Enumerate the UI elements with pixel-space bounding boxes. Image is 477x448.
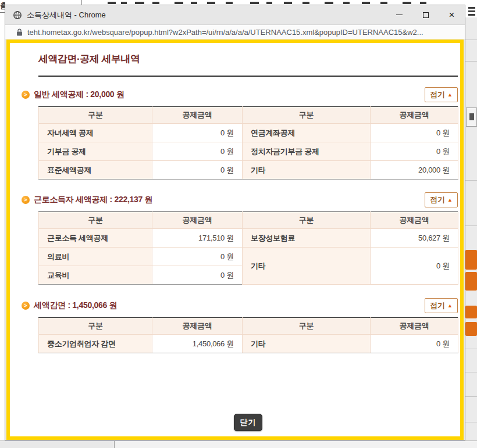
- collapse-label: 접기: [430, 89, 445, 100]
- item-label-cell: 기타: [243, 161, 371, 180]
- collapse-label: 접기: [430, 300, 445, 311]
- url-text: teht.hometax.go.kr/websquare/popup.html?…: [27, 28, 423, 37]
- item-label-cell: 기타: [243, 248, 371, 285]
- item-amount-cell: 0 원: [371, 142, 458, 161]
- deduction-table: 구분공제금액구분공제금액근로소득 세액공제171,510 원보장성보험료50,6…: [38, 212, 458, 285]
- item-label-cell: 자녀세액 공제: [39, 124, 152, 142]
- item-label-cell: 연금계좌공제: [243, 124, 371, 142]
- collapse-button[interactable]: 접기▲: [425, 298, 458, 313]
- deduction-table: 구분공제금액구분공제금액중소기업취업자 감면1,450,066 원기타0 원: [38, 317, 458, 353]
- item-amount-cell: 0 원: [152, 124, 243, 142]
- background-orange-button-fragment: [465, 322, 477, 336]
- focus-highlight-frame: 세액감면·공제 세부내역 >일반 세액공제 : 20,000 원접기▲구분공제금…: [6, 40, 464, 440]
- collapse-arrow-icon: ▲: [447, 198, 453, 203]
- table-row: 자녀세액 공제0 원연금계좌공제0 원: [39, 124, 458, 142]
- item-label-cell: 교육비: [39, 266, 152, 285]
- column-header: 공제금액: [371, 107, 458, 124]
- item-amount-cell: 0 원: [152, 142, 243, 161]
- item-amount-cell: 1,450,066 원: [152, 335, 243, 353]
- deduction-section: >일반 세액공제 : 20,000 원접기▲구분공제금액구분공제금액자녀세액 공…: [38, 87, 458, 180]
- collapse-button[interactable]: 접기▲: [425, 87, 458, 102]
- minimize-icon: [396, 15, 403, 15]
- page-title: 세액감면·공제 세부내역: [38, 52, 458, 66]
- maximize-icon: [423, 12, 429, 18]
- item-amount-cell: 0 원: [152, 266, 243, 285]
- section-bullet-icon: >: [22, 196, 30, 204]
- background-page-bottom-strip: [0, 440, 477, 448]
- deduction-section: >세액감면 : 1,450,066 원접기▲구분공제금액구분공제금액중소기업취업…: [38, 298, 458, 353]
- background-page-top-fragment: [0, 0, 477, 5]
- background-orange-button-fragment: [465, 250, 477, 270]
- item-amount-cell: 0 원: [152, 248, 243, 266]
- item-amount-cell: 20,000 원: [371, 161, 458, 180]
- column-header: 공제금액: [371, 318, 458, 335]
- deduction-section: >근로소득자 세액공제 : 222,137 원접기▲구분공제금액구분공제금액근로…: [38, 192, 458, 285]
- table-row: 근로소득 세액공제171,510 원보장성보험료50,627 원: [39, 229, 458, 248]
- lock-icon: [16, 28, 23, 36]
- address-bar[interactable]: teht.hometax.go.kr/websquare/popup.html?…: [5, 24, 465, 39]
- collapse-arrow-icon: ▲: [447, 303, 453, 309]
- chrome-popup-window: 소득상세내역 - Chrome × teht.hometax.go.kr/web…: [5, 5, 465, 440]
- window-titlebar[interactable]: 소득상세내역 - Chrome ×: [5, 5, 465, 24]
- item-label-cell: 기타: [243, 335, 371, 353]
- column-header: 공제금액: [152, 318, 243, 335]
- globe-favicon: [13, 10, 22, 20]
- maximize-button[interactable]: [412, 5, 439, 24]
- column-header: 구분: [39, 107, 152, 124]
- column-header: 구분: [39, 318, 152, 335]
- background-orange-button-fragment: [465, 272, 477, 291]
- column-header: 구분: [243, 318, 371, 335]
- background-button-fragment: [466, 107, 477, 127]
- popup-content: 세액감면·공제 세부내역 >일반 세액공제 : 20,000 원접기▲구분공제금…: [10, 43, 460, 436]
- section-heading: 일반 세액공제 : 20,000 원: [34, 89, 124, 100]
- screen: 출 소득상세내역 - Chrome: [0, 0, 477, 448]
- background-page-right-strip: [465, 0, 477, 448]
- minimize-button[interactable]: [386, 5, 412, 24]
- column-header: 공제금액: [152, 212, 243, 229]
- table-row: 기부금 공제0 원정치자금기부금 공제0 원: [39, 142, 458, 161]
- item-label-cell: 기부금 공제: [39, 142, 152, 161]
- section-heading: 세액감면 : 1,450,066 원: [34, 300, 117, 311]
- item-label-cell: 보장성보험료: [243, 229, 371, 248]
- collapse-label: 접기: [430, 195, 445, 205]
- item-amount-cell: 0 원: [152, 161, 243, 180]
- collapse-arrow-icon: ▲: [447, 92, 453, 98]
- section-heading: 근로소득자 세액공제 : 222,137 원: [34, 195, 152, 205]
- column-header: 구분: [39, 212, 152, 229]
- column-header: 공제금액: [152, 107, 243, 124]
- item-label-cell: 정치자금기부금 공제: [243, 142, 371, 161]
- section-bullet-icon: >: [22, 302, 30, 310]
- item-label-cell: 의료비: [39, 248, 152, 266]
- section-bullet-icon: >: [22, 91, 30, 99]
- close-window-button[interactable]: ×: [439, 5, 465, 24]
- item-amount-cell: 50,627 원: [371, 229, 458, 248]
- sections: >일반 세액공제 : 20,000 원접기▲구분공제금액구분공제금액자녀세액 공…: [38, 87, 458, 353]
- collapse-button[interactable]: 접기▲: [425, 192, 458, 207]
- table-row: 의료비0 원기타0 원: [39, 248, 458, 266]
- background-orange-button-fragment: [465, 306, 477, 318]
- item-amount-cell: 0 원: [371, 124, 458, 142]
- table-row: 중소기업취업자 감면1,450,066 원기타0 원: [39, 335, 458, 353]
- table-row: 표준세액공제0 원기타20,000 원: [39, 161, 458, 180]
- column-header: 구분: [243, 107, 371, 124]
- column-header: 구분: [243, 212, 371, 229]
- item-amount-cell: 171,510 원: [152, 229, 243, 248]
- item-label-cell: 근로소득 세액공제: [39, 229, 152, 248]
- close-window-icon: ×: [449, 10, 455, 20]
- item-label-cell: 표준세액공제: [39, 161, 152, 180]
- column-header: 공제금액: [371, 212, 458, 229]
- title-divider: [38, 76, 458, 77]
- deduction-table: 구분공제금액구분공제금액자녀세액 공제0 원연금계좌공제0 원기부금 공제0 원…: [38, 106, 458, 180]
- window-title: 소득상세내역 - Chrome: [27, 10, 106, 20]
- close-popup-button[interactable]: 닫기: [234, 414, 262, 431]
- item-amount-cell: 0 원: [371, 335, 458, 353]
- item-label-cell: 중소기업취업자 감면: [39, 335, 152, 353]
- item-amount-cell: 0 원: [371, 248, 458, 285]
